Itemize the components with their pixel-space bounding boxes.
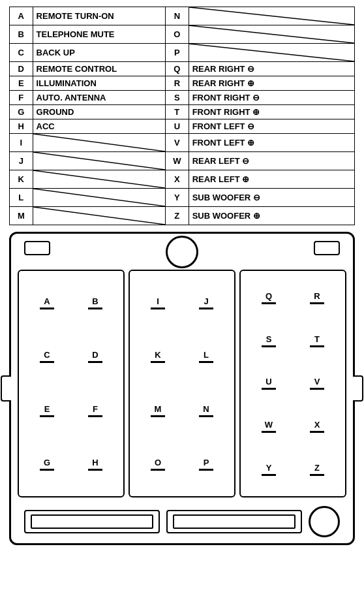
pin-label: V (314, 377, 320, 386)
pin-line (262, 431, 276, 433)
table-right-letter: V (166, 134, 189, 152)
pin-item: Z (296, 450, 339, 488)
pin-label: P (204, 458, 209, 467)
pin-item: R (296, 279, 339, 317)
table-left-label: TELEPHONE MUTE (33, 25, 165, 44)
table-left-label: REMOTE TURN-ON (33, 7, 165, 25)
pin-item: D (74, 332, 117, 381)
bottom-slot-middle (166, 510, 302, 533)
table-right-letter: X (166, 170, 189, 189)
wiring-table: AREMOTE TURN-ONNBTELEPHONE MUTEOCBACK UP… (9, 7, 355, 225)
pin-line (199, 361, 213, 363)
table-right-label: REAR RIGHT ⊖ (189, 62, 354, 76)
table-right-label (189, 44, 354, 62)
pin-label: X (314, 420, 320, 430)
pin-line (88, 415, 102, 417)
pin-item: E (25, 386, 68, 435)
pin-item: M (136, 386, 179, 435)
table-right-label (189, 25, 354, 44)
table-right-label: FRONT RIGHT ⊕ (189, 105, 354, 119)
pin-label: Y (266, 463, 272, 473)
pin-label: J (204, 296, 208, 306)
pin-line (40, 415, 54, 417)
pin-label: Q (265, 291, 272, 301)
top-tab-left (24, 241, 50, 255)
pin-label: O (155, 458, 161, 467)
pin-line (262, 388, 276, 390)
table-right-label: REAR LEFT ⊖ (189, 152, 354, 170)
table-left-letter: D (10, 62, 33, 76)
pin-line (310, 388, 324, 390)
table-right-letter: W (166, 152, 189, 170)
svg-line-2 (189, 44, 354, 61)
bottom-bar (24, 505, 340, 538)
pin-label: S (266, 334, 272, 344)
pin-line (88, 361, 102, 363)
pin-line (40, 469, 54, 471)
table-left-letter: C (10, 44, 33, 62)
right-connector-block: QRSTUVWXYZ (239, 270, 346, 497)
pin-label: W (265, 420, 273, 430)
pin-item: P (185, 440, 228, 488)
top-bar (24, 239, 340, 257)
table-right-label: SUB WOOFER ⊕ (189, 207, 354, 225)
table-right-letter: N (166, 7, 189, 25)
pin-label: E (44, 404, 50, 414)
table-left-letter: H (10, 119, 33, 134)
table-right-letter: Z (166, 207, 189, 225)
pin-line (151, 415, 165, 417)
pin-line (40, 308, 54, 309)
pin-line (262, 345, 276, 347)
pin-line (310, 345, 324, 347)
table-right-label: FRONT LEFT ⊕ (189, 134, 354, 152)
pin-label: N (203, 404, 209, 414)
pin-label: L (204, 350, 209, 360)
pin-item: X (296, 407, 339, 445)
pin-item: A (25, 279, 68, 327)
table-left-letter: G (10, 105, 33, 119)
pin-line (151, 469, 165, 471)
pin-line (40, 361, 54, 363)
table-left-letter: F (10, 91, 33, 105)
table-left-label (33, 207, 165, 225)
svg-line-0 (189, 7, 354, 25)
table-left-letter: K (10, 170, 33, 189)
table-left-label: BACK UP (33, 44, 165, 62)
table-right-label: FRONT RIGHT ⊖ (189, 91, 354, 105)
table-right-letter: S (166, 91, 189, 105)
pin-item: Y (247, 450, 290, 488)
pin-item: V (296, 365, 339, 403)
pin-label: M (155, 404, 162, 414)
table-right-label: REAR RIGHT ⊕ (189, 76, 354, 91)
table-left-label: ILLUMINATION (33, 76, 165, 91)
pin-item: W (247, 407, 290, 445)
table-right-letter: P (166, 44, 189, 62)
bottom-circle (309, 506, 340, 537)
pin-label: D (92, 350, 98, 360)
table-left-letter: E (10, 76, 33, 91)
pin-line (262, 302, 276, 304)
svg-line-5 (33, 170, 165, 188)
pin-line (262, 474, 276, 476)
pin-item: L (185, 332, 228, 381)
pin-label: C (44, 350, 50, 360)
table-left-label (33, 189, 165, 207)
table-right-letter: O (166, 25, 189, 44)
pin-line (199, 469, 213, 471)
svg-line-6 (33, 189, 165, 206)
pin-label: B (92, 296, 98, 306)
pin-label: H (92, 458, 98, 467)
bottom-slot-left (24, 510, 160, 533)
pin-item: C (25, 332, 68, 381)
pin-label: T (314, 334, 320, 344)
svg-line-7 (33, 207, 165, 225)
table-right-letter: Y (166, 189, 189, 207)
pin-line (310, 431, 324, 433)
pin-item: K (136, 332, 179, 381)
pin-item: Q (247, 279, 290, 317)
table-right-letter: T (166, 105, 189, 119)
pin-label: Z (314, 463, 320, 473)
pin-item: H (74, 440, 117, 488)
pin-label: I (157, 296, 159, 306)
pin-label: G (44, 458, 50, 467)
